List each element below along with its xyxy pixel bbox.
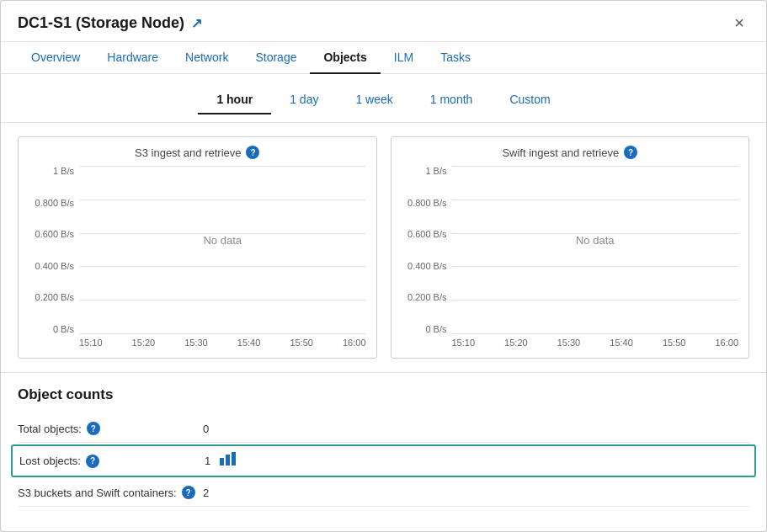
s3-help-icon[interactable]: ? [246,146,259,159]
object-counts-title: Object counts [18,386,749,403]
charts-row: S3 ingest and retrieve ? 1 B/s 0.800 B/s… [1,123,766,372]
s3-buckets-row: S3 buckets and Swift containers: ? 2 [18,479,749,507]
tab-storage[interactable]: Storage [242,42,310,74]
tab-overview[interactable]: Overview [18,42,93,74]
s3-buckets-help-icon[interactable]: ? [182,486,195,499]
tab-objects[interactable]: Objects [310,42,380,74]
total-objects-label: Total objects: ? [18,422,203,435]
time-1day[interactable]: 1 day [271,86,337,114]
swift-chart-area: 1 B/s 0.800 B/s 0.600 B/s 0.400 B/s 0.20… [402,166,739,351]
tab-hardware[interactable]: Hardware [93,42,172,74]
s3-chart-title: S3 ingest and retrieve ? [29,146,366,159]
tab-tasks[interactable]: Tasks [427,42,484,74]
svg-rect-1 [226,455,230,466]
s3-buckets-label: S3 buckets and Swift containers: ? [18,486,203,499]
lost-objects-chart-icon[interactable] [219,451,237,471]
time-1week[interactable]: 1 week [337,86,411,114]
s3-grid-lines [79,166,366,334]
modal-window: DC1-S1 (Storage Node) ↗ × Overview Hardw… [0,0,767,532]
time-navigation: 1 hour 1 day 1 week 1 month Custom [1,74,766,123]
total-objects-help-icon[interactable]: ? [87,422,100,435]
modal-title: DC1-S1 (Storage Node) ↗ [18,14,202,32]
lost-objects-label: Lost objects: ? [19,455,205,468]
s3-x-axis: 15:10 15:20 15:30 15:40 15:50 16:00 [79,334,366,351]
lost-objects-help-icon[interactable]: ? [86,455,99,468]
lost-objects-row: Lost objects: ? 1 [11,444,756,477]
swift-y-axis: 1 B/s 0.800 B/s 0.600 B/s 0.400 B/s 0.20… [402,166,452,351]
title-text: DC1-S1 (Storage Node) [18,14,184,32]
swift-no-data: No data [576,234,615,247]
swift-chart-title: Swift ingest and retrieve ? [402,146,739,159]
s3-buckets-value: 2 [203,487,209,499]
s3-chart: S3 ingest and retrieve ? 1 B/s 0.800 B/s… [18,136,377,359]
modal-header: DC1-S1 (Storage Node) ↗ × [1,1,766,42]
s3-chart-area: 1 B/s 0.800 B/s 0.600 B/s 0.400 B/s 0.20… [29,166,366,351]
s3-no-data: No data [203,234,242,247]
tabs-navigation: Overview Hardware Network Storage Object… [1,42,766,74]
tab-ilm[interactable]: ILM [381,42,427,74]
time-1hour[interactable]: 1 hour [198,86,271,114]
external-link-icon[interactable]: ↗ [191,15,202,31]
s3-y-axis: 1 B/s 0.800 B/s 0.600 B/s 0.400 B/s 0.20… [29,166,79,351]
object-counts-section: Object counts Total objects: ? 0 Lost ob… [1,372,766,520]
swift-x-axis: 15:10 15:20 15:30 15:40 15:50 16:00 [452,334,739,351]
swift-help-icon[interactable]: ? [624,146,637,159]
s3-chart-body: No data 15:10 15:20 15:30 15:40 15:50 16… [79,166,366,351]
tab-network[interactable]: Network [172,42,242,74]
time-1month[interactable]: 1 month [412,86,492,114]
swift-grid-lines [452,166,739,334]
swift-chart: Swift ingest and retrieve ? 1 B/s 0.800 … [391,136,750,359]
time-custom[interactable]: Custom [491,86,568,114]
total-objects-row: Total objects: ? 0 [18,415,749,443]
svg-rect-2 [232,452,236,466]
total-objects-value: 0 [203,423,209,435]
swift-chart-body: No data 15:10 15:20 15:30 15:40 15:50 16… [452,166,739,351]
svg-rect-0 [220,458,224,466]
lost-objects-value: 1 [205,455,210,467]
close-button[interactable]: × [729,13,749,33]
